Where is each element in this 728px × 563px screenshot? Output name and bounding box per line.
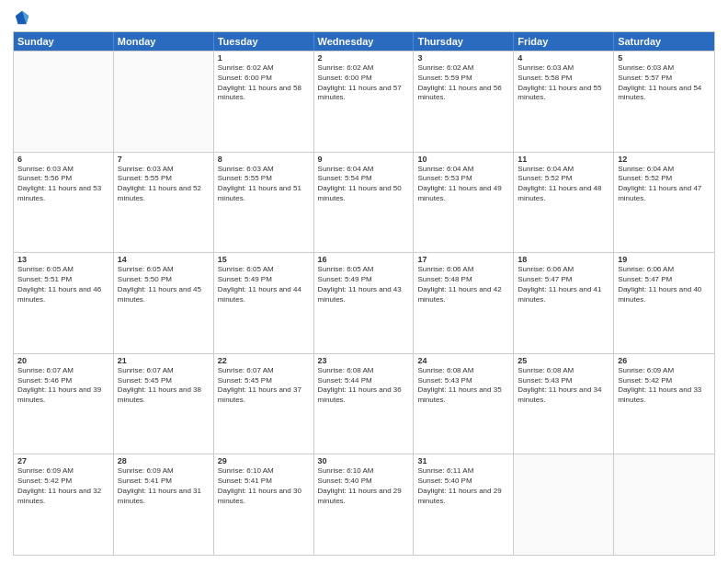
calendar-cell: 29Sunrise: 6:10 AMSunset: 5:41 PMDayligh…: [214, 454, 314, 555]
day-number: 4: [518, 53, 609, 63]
cell-info: Sunrise: 6:05 AMSunset: 5:51 PMDaylight:…: [17, 265, 109, 304]
cell-info: Sunrise: 6:05 AMSunset: 5:49 PMDaylight:…: [218, 265, 310, 304]
day-number: 7: [118, 155, 210, 164]
day-number: 24: [417, 356, 509, 365]
day-number: 29: [218, 456, 310, 465]
day-number: 3: [417, 53, 509, 63]
calendar-cell: 18Sunrise: 6:06 AMSunset: 5:47 PMDayligh…: [514, 253, 614, 353]
calendar-cell: 30Sunrise: 6:10 AMSunset: 5:40 PMDayligh…: [314, 454, 415, 555]
day-number: 8: [218, 155, 310, 164]
cell-info: Sunrise: 6:08 AMSunset: 5:44 PMDaylight:…: [318, 366, 410, 406]
calendar-header-row: SundayMondayTuesdayWednesdayThursdayFrid…: [14, 32, 714, 51]
page-container: SundayMondayTuesdayWednesdayThursdayFrid…: [0, 0, 728, 563]
cell-info: Sunrise: 6:02 AMSunset: 6:00 PMDaylight:…: [218, 63, 310, 103]
calendar-cell: 25Sunrise: 6:08 AMSunset: 5:43 PMDayligh…: [514, 354, 614, 454]
logo: [13, 9, 32, 26]
day-number: 15: [218, 255, 310, 264]
calendar-cell: 24Sunrise: 6:08 AMSunset: 5:43 PMDayligh…: [414, 354, 514, 454]
logo-icon: [14, 9, 30, 26]
cell-info: Sunrise: 6:03 AMSunset: 5:58 PMDaylight:…: [518, 63, 609, 103]
cell-info: Sunrise: 6:03 AMSunset: 5:55 PMDaylight:…: [118, 165, 210, 204]
cell-info: Sunrise: 6:08 AMSunset: 5:43 PMDaylight:…: [518, 366, 609, 406]
day-number: 18: [518, 255, 609, 264]
calendar-cell: 8Sunrise: 6:03 AMSunset: 5:55 PMDaylight…: [214, 153, 314, 253]
day-number: 1: [218, 53, 310, 63]
calendar-cell: [614, 454, 714, 555]
calendar-header-cell: Saturday: [614, 32, 714, 51]
day-number: 17: [417, 255, 509, 264]
calendar-cell: 12Sunrise: 6:04 AMSunset: 5:52 PMDayligh…: [614, 153, 714, 253]
calendar-cell: 3Sunrise: 6:02 AMSunset: 5:59 PMDaylight…: [414, 52, 514, 152]
day-number: 25: [518, 356, 609, 365]
calendar-cell: 11Sunrise: 6:04 AMSunset: 5:52 PMDayligh…: [514, 153, 614, 253]
day-number: 14: [118, 255, 210, 264]
cell-info: Sunrise: 6:08 AMSunset: 5:43 PMDaylight:…: [417, 366, 509, 406]
calendar: SundayMondayTuesdayWednesdayThursdayFrid…: [13, 31, 715, 556]
day-number: 22: [218, 356, 310, 365]
cell-info: Sunrise: 6:02 AMSunset: 6:00 PMDaylight:…: [318, 63, 410, 103]
cell-info: Sunrise: 6:06 AMSunset: 5:48 PMDaylight:…: [417, 265, 509, 304]
day-number: 19: [618, 255, 711, 264]
cell-info: Sunrise: 6:09 AMSunset: 5:42 PMDaylight:…: [618, 366, 711, 406]
calendar-cell: 9Sunrise: 6:04 AMSunset: 5:54 PMDaylight…: [314, 153, 415, 253]
calendar-header-cell: Thursday: [414, 32, 514, 51]
cell-info: Sunrise: 6:06 AMSunset: 5:47 PMDaylight:…: [518, 265, 609, 304]
cell-info: Sunrise: 6:07 AMSunset: 5:45 PMDaylight:…: [118, 366, 210, 406]
day-number: 26: [618, 356, 711, 365]
calendar-body: 1Sunrise: 6:02 AMSunset: 6:00 PMDaylight…: [14, 51, 714, 555]
calendar-cell: [14, 52, 114, 152]
calendar-cell: 10Sunrise: 6:04 AMSunset: 5:53 PMDayligh…: [414, 153, 514, 253]
day-number: 5: [618, 53, 711, 63]
cell-info: Sunrise: 6:02 AMSunset: 5:59 PMDaylight:…: [417, 63, 509, 103]
calendar-cell: 27Sunrise: 6:09 AMSunset: 5:42 PMDayligh…: [14, 454, 114, 555]
cell-info: Sunrise: 6:03 AMSunset: 5:57 PMDaylight:…: [618, 63, 711, 103]
cell-info: Sunrise: 6:04 AMSunset: 5:54 PMDaylight:…: [318, 165, 410, 204]
cell-info: Sunrise: 6:03 AMSunset: 5:56 PMDaylight:…: [17, 165, 109, 204]
day-number: 31: [417, 456, 509, 465]
calendar-cell: 19Sunrise: 6:06 AMSunset: 5:47 PMDayligh…: [614, 253, 714, 353]
calendar-cell: 1Sunrise: 6:02 AMSunset: 6:00 PMDaylight…: [214, 52, 314, 152]
cell-info: Sunrise: 6:07 AMSunset: 5:45 PMDaylight:…: [218, 366, 310, 406]
day-number: 10: [417, 155, 509, 164]
calendar-header-cell: Friday: [514, 32, 614, 51]
cell-info: Sunrise: 6:03 AMSunset: 5:55 PMDaylight:…: [218, 165, 310, 204]
cell-info: Sunrise: 6:05 AMSunset: 5:49 PMDaylight:…: [318, 265, 410, 304]
cell-info: Sunrise: 6:09 AMSunset: 5:42 PMDaylight:…: [17, 466, 109, 506]
calendar-cell: [114, 52, 214, 152]
calendar-row: 1Sunrise: 6:02 AMSunset: 6:00 PMDaylight…: [14, 51, 714, 152]
calendar-header-cell: Tuesday: [214, 32, 314, 51]
calendar-cell: 26Sunrise: 6:09 AMSunset: 5:42 PMDayligh…: [614, 354, 714, 454]
calendar-header-cell: Sunday: [14, 32, 114, 51]
calendar-row: 6Sunrise: 6:03 AMSunset: 5:56 PMDaylight…: [14, 152, 714, 253]
calendar-row: 13Sunrise: 6:05 AMSunset: 5:51 PMDayligh…: [14, 252, 714, 353]
logo-area: [13, 9, 32, 26]
calendar-cell: 28Sunrise: 6:09 AMSunset: 5:41 PMDayligh…: [114, 454, 214, 555]
cell-info: Sunrise: 6:10 AMSunset: 5:40 PMDaylight:…: [318, 466, 410, 506]
cell-info: Sunrise: 6:06 AMSunset: 5:47 PMDaylight:…: [618, 265, 711, 304]
calendar-row: 27Sunrise: 6:09 AMSunset: 5:42 PMDayligh…: [14, 454, 714, 555]
calendar-cell: 2Sunrise: 6:02 AMSunset: 6:00 PMDaylight…: [314, 52, 415, 152]
day-number: 16: [318, 255, 410, 264]
calendar-cell: 5Sunrise: 6:03 AMSunset: 5:57 PMDaylight…: [614, 52, 714, 152]
calendar-cell: 7Sunrise: 6:03 AMSunset: 5:55 PMDaylight…: [114, 153, 214, 253]
cell-info: Sunrise: 6:04 AMSunset: 5:52 PMDaylight:…: [518, 165, 609, 204]
day-number: 6: [17, 155, 109, 164]
calendar-cell: 6Sunrise: 6:03 AMSunset: 5:56 PMDaylight…: [14, 153, 114, 253]
calendar-cell: 21Sunrise: 6:07 AMSunset: 5:45 PMDayligh…: [114, 354, 214, 454]
day-number: 21: [118, 356, 210, 365]
day-number: 27: [17, 456, 109, 465]
day-number: 28: [118, 456, 210, 465]
cell-info: Sunrise: 6:04 AMSunset: 5:53 PMDaylight:…: [417, 165, 509, 204]
day-number: 13: [17, 255, 109, 264]
cell-info: Sunrise: 6:11 AMSunset: 5:40 PMDaylight:…: [417, 466, 509, 506]
calendar-cell: 22Sunrise: 6:07 AMSunset: 5:45 PMDayligh…: [214, 354, 314, 454]
day-number: 9: [318, 155, 410, 164]
day-number: 11: [518, 155, 609, 164]
cell-info: Sunrise: 6:10 AMSunset: 5:41 PMDaylight:…: [218, 466, 310, 506]
calendar-cell: 23Sunrise: 6:08 AMSunset: 5:44 PMDayligh…: [314, 354, 415, 454]
day-number: 12: [618, 155, 711, 164]
day-number: 20: [17, 356, 109, 365]
calendar-cell: 16Sunrise: 6:05 AMSunset: 5:49 PMDayligh…: [314, 253, 415, 353]
day-number: 23: [318, 356, 410, 365]
calendar-cell: 20Sunrise: 6:07 AMSunset: 5:46 PMDayligh…: [14, 354, 114, 454]
